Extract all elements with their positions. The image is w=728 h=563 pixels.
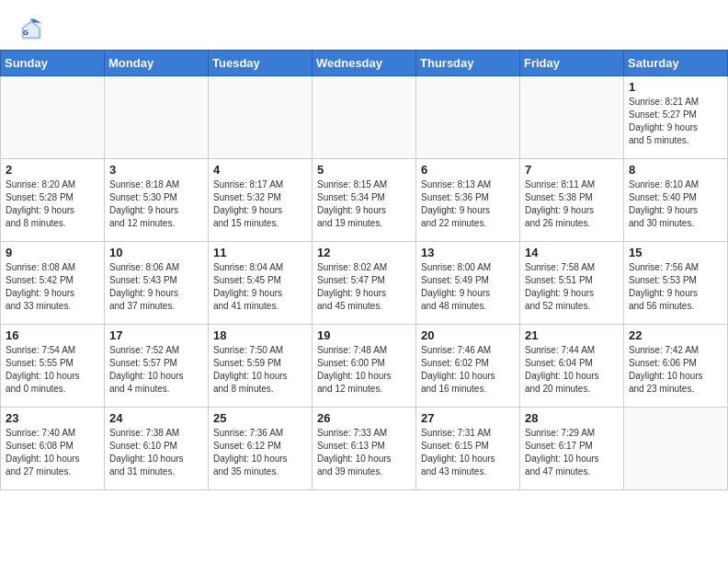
calendar-cell: 4Sunrise: 8:17 AM Sunset: 5:32 PM Daylig… [209,159,313,242]
day-number: 18 [213,328,307,342]
calendar-cell: 12Sunrise: 8:02 AM Sunset: 5:47 PM Dayli… [313,242,416,325]
day-info: Sunrise: 7:31 AM Sunset: 6:15 PM Dayligh… [421,427,515,478]
svg-text:G: G [23,29,28,37]
day-number: 1 [629,80,722,94]
calendar-cell: 1Sunrise: 8:21 AM Sunset: 5:27 PM Daylig… [624,76,728,159]
calendar-week-row: 23Sunrise: 7:40 AM Sunset: 6:08 PM Dayli… [1,408,728,490]
day-number: 21 [525,328,619,342]
column-header-sunday: Sunday [1,51,105,76]
column-header-tuesday: Tuesday [209,51,313,76]
day-info: Sunrise: 8:02 AM Sunset: 5:47 PM Dayligh… [317,261,411,313]
column-header-wednesday: Wednesday [313,51,416,76]
day-number: 14 [525,246,619,259]
calendar-cell [520,76,624,159]
day-number: 5 [317,163,411,177]
calendar-cell: 28Sunrise: 7:29 AM Sunset: 6:17 PM Dayli… [520,408,624,490]
day-number: 2 [6,163,99,177]
day-info: Sunrise: 7:44 AM Sunset: 6:04 PM Dayligh… [525,344,619,396]
calendar-week-row: 16Sunrise: 7:54 AM Sunset: 5:55 PM Dayli… [1,325,728,408]
day-info: Sunrise: 7:50 AM Sunset: 5:59 PM Dayligh… [213,344,307,396]
day-number: 4 [213,163,307,177]
day-number: 9 [6,246,99,259]
calendar-cell [313,76,416,159]
day-number: 6 [421,163,515,177]
calendar-cell [105,76,209,159]
day-number: 10 [109,246,203,259]
day-info: Sunrise: 7:36 AM Sunset: 6:12 PM Dayligh… [213,427,307,478]
column-header-thursday: Thursday [416,51,520,76]
day-number: 3 [109,163,203,177]
calendar-cell: 15Sunrise: 7:56 AM Sunset: 5:53 PM Dayli… [624,242,728,325]
calendar-cell: 8Sunrise: 8:10 AM Sunset: 5:40 PM Daylig… [624,159,728,242]
day-info: Sunrise: 8:11 AM Sunset: 5:38 PM Dayligh… [525,178,619,230]
calendar-cell: 19Sunrise: 7:48 AM Sunset: 6:00 PM Dayli… [313,325,416,408]
page-header: G [0,0,728,50]
day-number: 16 [6,328,99,342]
column-header-monday: Monday [105,51,209,76]
day-info: Sunrise: 7:56 AM Sunset: 5:53 PM Dayligh… [629,261,722,313]
calendar-cell: 11Sunrise: 8:04 AM Sunset: 5:45 PM Dayli… [209,242,313,325]
calendar-cell: 3Sunrise: 8:18 AM Sunset: 5:30 PM Daylig… [105,159,209,242]
day-number: 19 [317,328,411,342]
calendar-header-row: SundayMondayTuesdayWednesdayThursdayFrid… [1,51,728,76]
day-info: Sunrise: 7:38 AM Sunset: 6:10 PM Dayligh… [109,427,203,478]
calendar-cell: 22Sunrise: 7:42 AM Sunset: 6:06 PM Dayli… [624,325,728,408]
day-info: Sunrise: 8:17 AM Sunset: 5:32 PM Dayligh… [213,178,307,230]
day-number: 27 [421,411,515,425]
calendar-cell [624,408,728,490]
calendar-cell: 2Sunrise: 8:20 AM Sunset: 5:28 PM Daylig… [1,159,105,242]
day-info: Sunrise: 8:08 AM Sunset: 5:42 PM Dayligh… [6,261,99,313]
day-number: 15 [629,246,722,259]
day-info: Sunrise: 8:06 AM Sunset: 5:43 PM Dayligh… [109,261,203,313]
calendar-cell: 18Sunrise: 7:50 AM Sunset: 5:59 PM Dayli… [209,325,313,408]
calendar-cell: 6Sunrise: 8:13 AM Sunset: 5:36 PM Daylig… [416,159,520,242]
column-header-friday: Friday [520,51,624,76]
calendar-table: SundayMondayTuesdayWednesdayThursdayFrid… [0,50,728,490]
calendar-cell: 21Sunrise: 7:44 AM Sunset: 6:04 PM Dayli… [520,325,624,408]
day-number: 12 [317,246,411,259]
day-info: Sunrise: 8:10 AM Sunset: 5:40 PM Dayligh… [629,178,722,230]
day-number: 13 [421,246,515,259]
calendar-cell: 16Sunrise: 7:54 AM Sunset: 5:55 PM Dayli… [1,325,105,408]
day-info: Sunrise: 8:13 AM Sunset: 5:36 PM Dayligh… [421,178,515,230]
day-info: Sunrise: 7:33 AM Sunset: 6:13 PM Dayligh… [317,427,411,478]
day-number: 25 [213,411,307,425]
day-info: Sunrise: 8:00 AM Sunset: 5:49 PM Dayligh… [421,261,515,313]
day-number: 20 [421,328,515,342]
calendar-cell: 10Sunrise: 8:06 AM Sunset: 5:43 PM Dayli… [105,242,209,325]
calendar-week-row: 1Sunrise: 8:21 AM Sunset: 5:27 PM Daylig… [1,76,728,159]
calendar-cell: 17Sunrise: 7:52 AM Sunset: 5:57 PM Dayli… [105,325,209,408]
column-header-saturday: Saturday [624,51,728,76]
calendar-cell: 27Sunrise: 7:31 AM Sunset: 6:15 PM Dayli… [416,408,520,490]
calendar-cell: 13Sunrise: 8:00 AM Sunset: 5:49 PM Dayli… [416,242,520,325]
day-info: Sunrise: 7:42 AM Sunset: 6:06 PM Dayligh… [629,344,722,396]
calendar-cell: 5Sunrise: 8:15 AM Sunset: 5:34 PM Daylig… [313,159,416,242]
day-number: 26 [317,411,411,425]
day-number: 11 [213,246,307,259]
calendar-week-row: 2Sunrise: 8:20 AM Sunset: 5:28 PM Daylig… [1,159,728,242]
calendar-cell [209,76,313,159]
calendar-cell: 9Sunrise: 8:08 AM Sunset: 5:42 PM Daylig… [1,242,105,325]
calendar-cell: 23Sunrise: 7:40 AM Sunset: 6:08 PM Dayli… [1,408,105,490]
day-info: Sunrise: 7:40 AM Sunset: 6:08 PM Dayligh… [6,427,99,478]
calendar-cell: 25Sunrise: 7:36 AM Sunset: 6:12 PM Dayli… [209,408,313,490]
day-info: Sunrise: 7:54 AM Sunset: 5:55 PM Dayligh… [6,344,99,396]
day-info: Sunrise: 8:18 AM Sunset: 5:30 PM Dayligh… [109,178,203,230]
day-info: Sunrise: 8:04 AM Sunset: 5:45 PM Dayligh… [213,261,307,313]
calendar-cell: 7Sunrise: 8:11 AM Sunset: 5:38 PM Daylig… [520,159,624,242]
calendar-week-row: 9Sunrise: 8:08 AM Sunset: 5:42 PM Daylig… [1,242,728,325]
day-info: Sunrise: 8:15 AM Sunset: 5:34 PM Dayligh… [317,178,411,230]
day-number: 7 [525,163,619,177]
logo: G [18,17,48,42]
calendar-cell: 20Sunrise: 7:46 AM Sunset: 6:02 PM Dayli… [416,325,520,408]
day-number: 24 [109,411,203,425]
logo-icon: G [18,17,44,42]
calendar-cell: 26Sunrise: 7:33 AM Sunset: 6:13 PM Dayli… [313,408,416,490]
day-info: Sunrise: 7:52 AM Sunset: 5:57 PM Dayligh… [109,344,203,396]
calendar-cell: 24Sunrise: 7:38 AM Sunset: 6:10 PM Dayli… [105,408,209,490]
day-number: 23 [6,411,99,425]
day-number: 17 [109,328,203,342]
day-number: 8 [629,163,722,177]
calendar-cell: 14Sunrise: 7:58 AM Sunset: 5:51 PM Dayli… [520,242,624,325]
day-number: 22 [629,328,722,342]
